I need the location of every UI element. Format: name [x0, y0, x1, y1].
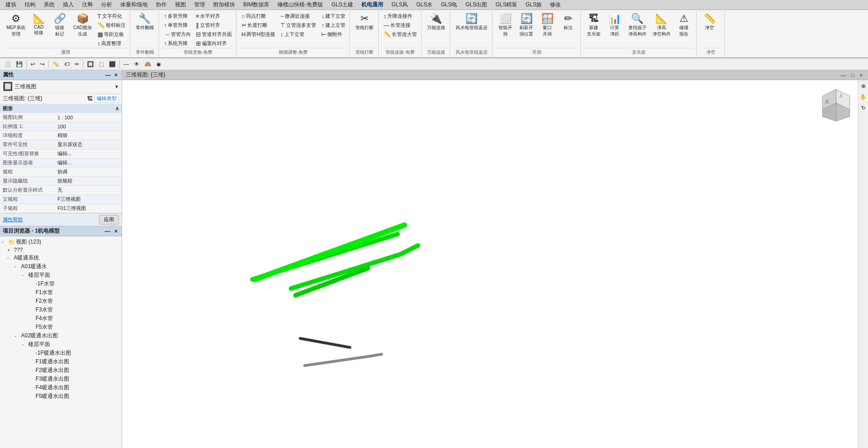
browser-tree[interactable]: - 📁 视图 (123) + ??? - A暖通系统	[0, 236, 122, 448]
toolbar-btn-save[interactable]: 💾	[14, 60, 25, 69]
menu-item-GLS族[interactable]: GLS族	[522, 0, 545, 10]
tree-row-floor-plan-a02[interactable]: - 楼层平面	[0, 340, 122, 349]
tree-row-hvac[interactable]: - A暖通系统	[0, 254, 122, 262]
menu-item-修改[interactable]: 修改	[546, 0, 565, 10]
toolbar-btn-isolate[interactable]: ◉	[154, 60, 163, 69]
ribbon-btn-link[interactable]: 🔗 链接标记	[50, 12, 70, 39]
tree-row-floor-plan-a01[interactable]: - 楼层平面	[0, 271, 122, 280]
ribbon-btn-calc-support[interactable]: 📊 计算净距	[605, 12, 625, 39]
toolbar-btn-tag[interactable]: 🏷	[62, 60, 72, 69]
menu-item-GLS电[interactable]: GLS电	[437, 0, 461, 10]
ribbon-btn-pipe-cut-main[interactable]: ✂ 管线打断	[353, 12, 376, 33]
tree-row-f4-water[interactable]: F4水管	[0, 314, 122, 323]
menu-item-协作[interactable]: 协作	[152, 0, 170, 10]
toolbar-btn-redo[interactable]: ↪	[38, 60, 47, 69]
viewport-minimize-button[interactable]: —	[839, 72, 847, 78]
ribbon-btn-clearance[interactable]: 📏 净空	[699, 12, 720, 33]
tree-row-f1-water[interactable]: F1水管	[0, 288, 122, 297]
menu-item-GLS水[interactable]: GLS水	[412, 0, 436, 10]
tree-row-f3-water[interactable]: F3水管	[0, 305, 122, 314]
ribbon-btn-system-up[interactable]: ↑ 系统升降	[162, 39, 193, 48]
ribbon-btn-upgrade-connect[interactable]: ↕ 升降连接件	[381, 12, 419, 20]
ribbon-btn-vert-align[interactable]: ‖ 立管对齐	[194, 21, 234, 30]
ribbon-btn-long-cut[interactable]: ✂ 长度打断	[239, 21, 277, 30]
tree-row-f4-draw[interactable]: F4暖通水出图	[0, 383, 122, 392]
menu-item-GLS出图[interactable]: GLS出图	[462, 0, 491, 10]
ribbon-btn-horiz-align[interactable]: ≡ 水平对齐	[194, 12, 234, 20]
ribbon-btn-single-pipe[interactable]: ↑ 单管升降	[162, 21, 193, 30]
tree-row-f1-draw[interactable]: F1暖通水出图	[0, 357, 122, 366]
menu-item-GLS精装[interactable]: GLS精装	[492, 0, 521, 10]
menu-item-附加模块[interactable]: 附加模块	[210, 0, 239, 10]
ribbon-btn-wind-pipe[interactable]: 🔄 风水电管线返还	[453, 12, 490, 33]
properties-help-link[interactable]: 属性帮助	[3, 216, 23, 223]
toolbar-btn-section[interactable]: ⬚	[97, 60, 106, 69]
properties-section-header[interactable]: 图形 ∧	[0, 104, 122, 113]
toolbar-btn-thin-line[interactable]: —	[121, 60, 131, 69]
viewport-close-button[interactable]: ×	[858, 72, 864, 78]
ribbon-btn-side-piece[interactable]: ⊢ 侧附件	[319, 30, 348, 39]
tree-row-hvac-water[interactable]: - A01暖通水	[0, 262, 122, 271]
ribbon-btn-cad-block[interactable]: 📦 CAD图块生成	[71, 12, 95, 39]
viewport[interactable]: 三维视图: {三维} — □ × 上	[122, 70, 868, 448]
menu-item-结构[interactable]: 结构	[21, 0, 39, 10]
menu-item-视图[interactable]: 视图	[171, 0, 190, 10]
ribbon-btn-refresh-pos[interactable]: 🔄 刷新开洞位置	[516, 12, 537, 39]
tree-row-b1f-draw[interactable]: -1F暖通水出图	[0, 349, 122, 357]
ribbon-btn-collision[interactable]: ⚠ 碰撞报告	[674, 12, 694, 39]
properties-minimize-button[interactable]: —	[104, 72, 112, 78]
viewport-maximize-button[interactable]: □	[849, 72, 856, 78]
toolbar-btn-temp-hide[interactable]: 🙈	[142, 60, 154, 69]
ribbon-btn-up-pipe[interactable]: ↑ 建上立管	[319, 21, 348, 30]
menu-item-分析[interactable]: 分析	[98, 0, 116, 10]
toolbar-btn-elevation[interactable]: ⬛	[107, 60, 118, 69]
ribbon-btn-large-pipe[interactable]: 📏 长管连大管	[381, 30, 419, 39]
mini-tb-orbit-icon[interactable]: ↻	[860, 104, 867, 112]
ribbon-btn-mid-align[interactable]: ⊟ 管道对齐共面	[194, 30, 234, 39]
menu-item-注释[interactable]: 注释	[78, 0, 97, 10]
menu-item-BIM数据库[interactable]: BIM数据库	[240, 0, 273, 10]
ribbon-btn-adjust-connect[interactable]: ~ 微调近连接	[278, 12, 318, 20]
toolbar-btn-undo[interactable]: ↩	[28, 60, 37, 69]
tree-row-unknown[interactable]: + ???	[0, 246, 122, 254]
ribbon-btn-find-support[interactable]: 🔍 查找低于净高构件	[626, 12, 649, 39]
ribbon-btn-multi-cross[interactable]: H 两管H型连接	[239, 30, 277, 39]
tree-row-f3-draw[interactable]: F3暖通水出图	[0, 375, 122, 383]
menu-item-GLS风[interactable]: GLS风	[388, 0, 411, 10]
ribbon-btn-net-height[interactable]: 📐 净高净空构件	[650, 12, 673, 39]
ribbon-btn-long-pipe-connect[interactable]: — 长管连接	[381, 21, 419, 30]
ribbon-btn-height-adjust[interactable]: ↕ 高度整理	[95, 39, 128, 48]
menu-item-橄榄山[interactable]: 橄榄山快模-免费版	[274, 0, 327, 10]
tree-row-f2-draw[interactable]: F2暖通水出图	[0, 366, 122, 375]
tree-row-b1f-water[interactable]: -1F水管	[0, 280, 122, 288]
toolbar-btn-display[interactable]: 👁	[132, 60, 142, 69]
view-dropdown-arrow[interactable]: ▼	[114, 84, 119, 89]
menu-item-插入[interactable]: 插入	[59, 0, 77, 10]
menu-item-管理[interactable]: 管理	[190, 0, 209, 10]
ribbon-btn-parts-model[interactable]: 🔧 零件翻模	[133, 12, 157, 33]
browser-close-button[interactable]: ×	[113, 228, 119, 234]
ribbon-btn-down-pipe[interactable]: ↓ 建下立管	[319, 12, 348, 20]
ribbon-btn-offset-align[interactable]: ⊞ 偏置向对齐	[194, 39, 234, 48]
properties-close-button[interactable]: ×	[113, 72, 119, 78]
ribbon-btn-up-down[interactable]: ↕ 上下立管	[278, 30, 318, 39]
menu-item-机电通用[interactable]: 机电通用	[358, 0, 387, 10]
ribbon-btn-window-open[interactable]: 🪟 窗口开洞	[537, 12, 558, 39]
ribbon-btn-text-symbol[interactable]: T 文字符化	[95, 12, 128, 20]
menu-item-体量和场地[interactable]: 体量和场地	[117, 0, 151, 10]
ribbon-btn-smart-open[interactable]: ⬜ 智能开洞	[495, 12, 516, 39]
ribbon-btn-mep[interactable]: ⚙ MEP系统管理	[4, 12, 28, 39]
ribbon-btn-mark[interactable]: ✏ 标注	[558, 12, 579, 33]
ribbon-btn-multi-pipe-up[interactable]: ↑ 多管升降	[162, 12, 193, 20]
properties-apply-button[interactable]: 应用	[99, 215, 119, 224]
viewport-canvas[interactable]: 上 左 ⊕ ✋ ↻	[122, 80, 868, 448]
tree-row-hvac-water-draw[interactable]: - A02暖通水出图	[0, 331, 122, 340]
tree-row-f2-water[interactable]: F2水管	[0, 297, 122, 305]
menu-item-系统[interactable]: 系统	[40, 0, 58, 10]
mini-tb-zoom-icon[interactable]: ⊕	[860, 82, 867, 90]
tree-row-views[interactable]: - 📁 视图 (123)	[0, 238, 122, 246]
toolbar-btn-3d[interactable]: 🔲	[85, 60, 96, 69]
tree-row-f5-draw[interactable]: F5暖通水出图	[0, 392, 122, 401]
toolbar-btn-new[interactable]: ⬜	[2, 60, 13, 69]
menu-item-建筑[interactable]: 建筑	[2, 0, 20, 10]
